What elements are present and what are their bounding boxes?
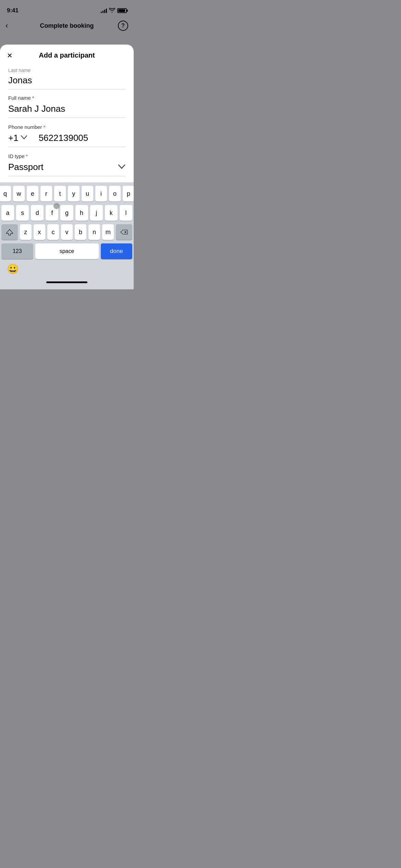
key-y[interactable]: y: [68, 186, 80, 202]
nav-bar: ‹ Complete booking ?: [0, 17, 134, 34]
key-v[interactable]: v: [61, 224, 73, 240]
help-button[interactable]: ?: [118, 21, 128, 31]
full-name-value[interactable]: Sarah J Jonas: [8, 104, 125, 118]
key-h[interactable]: h: [75, 205, 88, 221]
country-code-selector[interactable]: +1: [8, 133, 33, 143]
id-type-value: Passport: [8, 162, 44, 172]
key-s[interactable]: s: [16, 205, 29, 221]
phone-number-label: Phone number *: [8, 124, 125, 130]
key-k[interactable]: k: [105, 205, 118, 221]
last-name-field-partial: Last name Jonas: [0, 65, 134, 89]
finger-cursor: [53, 203, 60, 209]
key-x[interactable]: x: [34, 224, 45, 240]
key-u[interactable]: u: [82, 186, 93, 202]
key-i[interactable]: i: [95, 186, 107, 202]
chevron-down-icon: [21, 135, 27, 141]
phone-row: +1 5622139005: [8, 133, 125, 147]
home-indicator: [46, 281, 87, 283]
key-t[interactable]: t: [54, 186, 66, 202]
status-bar: 9:41: [0, 0, 134, 17]
key-z[interactable]: z: [20, 224, 32, 240]
key-numbers[interactable]: 123: [1, 243, 33, 259]
key-space[interactable]: space: [35, 243, 99, 259]
last-name-value[interactable]: Jonas: [8, 75, 125, 89]
key-r[interactable]: r: [40, 186, 52, 202]
key-a[interactable]: a: [1, 205, 14, 221]
key-e[interactable]: e: [27, 186, 38, 202]
last-name-label: Last name: [8, 68, 125, 73]
modal-header: ✕ Add a participant: [0, 45, 134, 65]
phone-number-field: Phone number * +1 5622139005: [8, 124, 125, 147]
key-n[interactable]: n: [88, 224, 100, 240]
wifi-icon: [109, 8, 115, 14]
key-done[interactable]: done: [101, 243, 133, 259]
key-p[interactable]: p: [123, 186, 134, 202]
back-button[interactable]: ‹: [5, 21, 8, 30]
emoji-button[interactable]: 😀: [7, 263, 19, 275]
key-l[interactable]: l: [120, 205, 132, 221]
nav-title: Complete booking: [40, 22, 94, 29]
keyboard-row-2: a s d f g h j k l: [1, 205, 132, 221]
id-type-selector[interactable]: Passport: [8, 162, 125, 176]
key-j[interactable]: j: [90, 205, 103, 221]
close-button[interactable]: ✕: [7, 51, 13, 60]
key-q[interactable]: q: [0, 186, 11, 202]
required-star: *: [32, 95, 34, 101]
key-d[interactable]: d: [31, 205, 44, 221]
key-g[interactable]: g: [60, 205, 73, 221]
key-f[interactable]: f: [46, 205, 58, 221]
keyboard: q w e r t y u i o p a s d f g h j k l: [0, 182, 134, 289]
phone-divider: [33, 133, 33, 143]
key-b[interactable]: b: [75, 224, 86, 240]
country-code-text: +1: [8, 133, 19, 143]
status-time: 9:41: [7, 7, 19, 14]
modal-title: Add a participant: [39, 51, 95, 59]
required-star-phone: *: [43, 124, 45, 130]
key-shift[interactable]: [1, 224, 18, 240]
key-w[interactable]: w: [13, 186, 25, 202]
home-bar: [1, 276, 132, 288]
status-icons: [101, 8, 127, 14]
required-star-id-type: *: [26, 154, 28, 159]
keyboard-row-3: z x c v b n m: [1, 224, 132, 240]
key-o[interactable]: o: [109, 186, 121, 202]
emoji-bar: 😀: [1, 261, 132, 276]
key-c[interactable]: c: [47, 224, 59, 240]
id-type-label: ID type *: [8, 153, 125, 159]
key-backspace[interactable]: [116, 224, 132, 240]
id-type-field: ID type * Passport: [8, 153, 125, 176]
chevron-down-id-type-icon: [118, 164, 125, 170]
keyboard-row-1: q w e r t y u i o p: [1, 186, 132, 202]
keyboard-row-bottom: 123 space done: [1, 243, 132, 259]
phone-number-text[interactable]: 5622139005: [39, 133, 88, 143]
full-name-field: Full name * Sarah J Jonas: [8, 89, 125, 118]
battery-icon: [117, 8, 127, 13]
signal-bars-icon: [101, 9, 107, 13]
modal-sheet: ✕ Add a participant Last name Jonas Full…: [0, 45, 134, 289]
full-name-label: Full name *: [8, 95, 125, 101]
key-m[interactable]: m: [102, 224, 114, 240]
